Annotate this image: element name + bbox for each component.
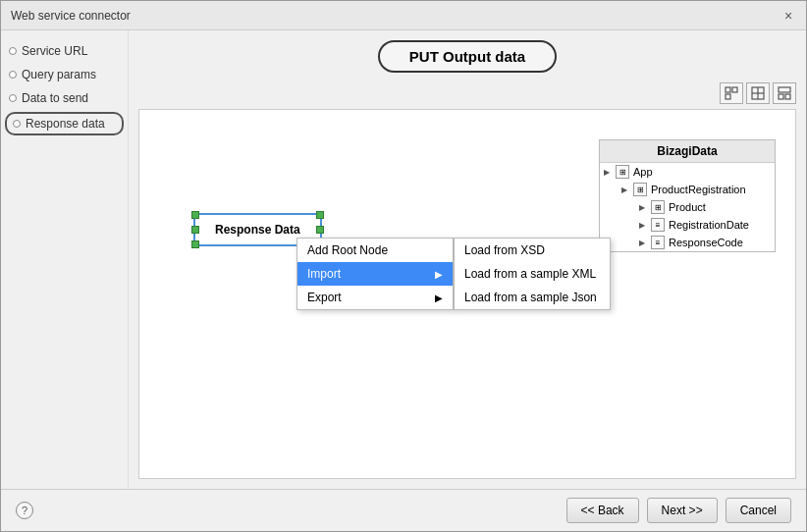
svg-rect-6	[779, 87, 790, 92]
tree-icon-registration-date: ≡	[651, 218, 665, 232]
sidebar-item-service-url[interactable]: Service URL	[1, 40, 128, 62]
submenu-load-xsd[interactable]: Load from XSD	[455, 239, 610, 262]
sidebar-label-data-to-send: Data to send	[22, 91, 88, 105]
svg-rect-8	[785, 94, 790, 99]
help-button[interactable]: ?	[16, 502, 33, 519]
footer: ? << Back Next >> Cancel	[1, 489, 806, 531]
next-button[interactable]: Next >>	[647, 498, 718, 523]
node-handle-tl	[191, 211, 199, 219]
title-bar: Web service connector ×	[1, 1, 806, 30]
tree-arrow-registration-date: ▶	[639, 221, 649, 230]
import-label: Import	[307, 267, 341, 281]
context-menu-add-root-node[interactable]: Add Root Node	[297, 239, 453, 262]
back-button[interactable]: << Back	[566, 498, 639, 523]
bizagi-tree-header: BizagiData	[600, 140, 775, 163]
tree-item-registration-date[interactable]: ▶ ≡ RegistrationDate	[600, 216, 775, 234]
sidebar: Service URL Query params Data to send Re…	[1, 30, 129, 489]
close-button[interactable]: ×	[780, 8, 796, 24]
align-toolbar-btn[interactable]	[720, 82, 743, 104]
layout-toolbar-btn[interactable]	[773, 82, 796, 104]
tree-icon-product: ⊞	[651, 200, 665, 214]
svg-rect-0	[726, 87, 730, 92]
tree-item-response-code[interactable]: ▶ ≡ ResponseCode	[600, 234, 775, 251]
tree-arrow-product-registration: ▶	[621, 186, 631, 194]
tree-label-app: App	[633, 166, 653, 178]
bizagi-tree: BizagiData ▶ ⊞ App ▶ ⊞ ProductRegistrati…	[599, 139, 776, 252]
node-handle-bl	[191, 240, 199, 248]
tree-item-app[interactable]: ▶ ⊞ App	[600, 163, 775, 181]
submenu-load-json[interactable]: Load from a sample Json	[455, 286, 610, 309]
load-xml-label: Load from a sample XML	[464, 267, 596, 281]
tree-item-product[interactable]: ▶ ⊞ Product	[600, 198, 775, 216]
sidebar-label-service-url: Service URL	[22, 44, 87, 58]
page-title: PUT Output data	[378, 40, 557, 73]
footer-left: ?	[16, 502, 559, 519]
svg-rect-2	[726, 94, 730, 99]
response-data-node-label: Response Data	[215, 223, 300, 237]
node-handle-ml	[191, 226, 199, 234]
sidebar-label-query-params: Query params	[22, 68, 96, 81]
context-menu-export[interactable]: Export ▶	[297, 286, 453, 309]
cancel-button[interactable]: Cancel	[726, 498, 791, 523]
content-area: PUT Output data	[129, 30, 806, 489]
tree-arrow-response-code: ▶	[639, 239, 649, 247]
sidebar-item-response-data[interactable]: Response data	[5, 112, 124, 135]
tree-arrow-product: ▶	[639, 203, 649, 212]
tree-label-product-registration: ProductRegistration	[651, 184, 746, 195]
sidebar-label-response-data: Response data	[26, 117, 105, 131]
svg-rect-7	[779, 94, 783, 99]
load-json-label: Load from a sample Json	[464, 291, 597, 304]
node-handle-tr	[316, 211, 324, 219]
page-title-container: PUT Output data	[138, 40, 796, 73]
submenu: Load from XSD Load from a sample XML Loa…	[454, 238, 611, 310]
add-root-node-label: Add Root Node	[307, 243, 388, 257]
window-title: Web service connector	[11, 9, 131, 23]
bullet-icon	[9, 94, 17, 102]
bullet-icon	[13, 120, 21, 128]
node-handle-mr	[316, 226, 324, 234]
load-xsd-label: Load from XSD	[464, 243, 545, 257]
submenu-arrow-export-icon: ▶	[435, 293, 443, 303]
tree-icon-response-code: ≡	[651, 236, 665, 249]
sidebar-item-query-params[interactable]: Query params	[1, 64, 128, 85]
bullet-icon	[9, 71, 17, 79]
tree-label-registration-date: RegistrationDate	[669, 219, 749, 231]
tree-icon-product-registration: ⊞	[633, 183, 647, 196]
submenu-load-xml[interactable]: Load from a sample XML	[455, 262, 610, 286]
svg-rect-1	[732, 87, 737, 92]
context-menu-import[interactable]: Import ▶	[297, 262, 453, 286]
canvas-toolbar	[138, 82, 796, 104]
window: Web service connector × Service URL Quer…	[0, 0, 807, 532]
tree-item-product-registration[interactable]: ▶ ⊞ ProductRegistration	[600, 181, 775, 198]
grid-toolbar-btn[interactable]	[746, 82, 770, 104]
sidebar-item-data-to-send[interactable]: Data to send	[1, 87, 128, 109]
context-menu: Add Root Node Import ▶ Export ▶	[296, 238, 454, 310]
tree-label-product: Product	[669, 201, 706, 213]
canvas-area[interactable]: Response Data Add Root Node Import ▶ Exp…	[138, 109, 796, 479]
export-label: Export	[307, 291, 342, 304]
tree-label-response-code: ResponseCode	[669, 237, 743, 248]
bullet-icon	[9, 47, 17, 55]
main-content: Service URL Query params Data to send Re…	[1, 30, 806, 489]
submenu-arrow-icon: ▶	[435, 269, 443, 280]
tree-icon-app: ⊞	[616, 165, 629, 179]
tree-arrow-app: ▶	[604, 168, 614, 177]
